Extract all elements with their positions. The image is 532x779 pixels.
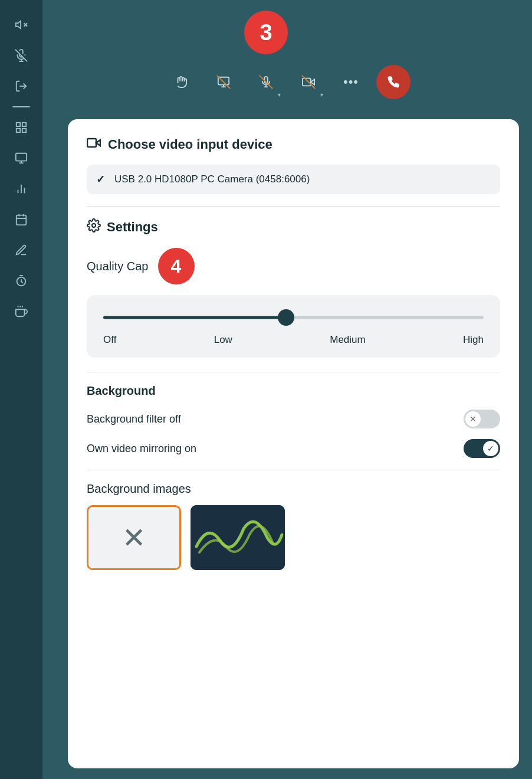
svg-point-34	[92, 224, 96, 227]
sidebar-icon-apps[interactable]	[8, 114, 34, 140]
raise-hand-button[interactable]	[164, 65, 198, 99]
slider-label-low: Low	[214, 334, 232, 346]
slider-track-container	[103, 312, 484, 323]
settings-title: Settings	[107, 220, 158, 235]
quality-cap-row: Quality Cap 4	[87, 248, 500, 284]
svg-rect-11	[16, 153, 27, 161]
badge-4: 4	[158, 248, 195, 284]
svg-rect-33	[87, 139, 96, 147]
svg-marker-0	[16, 21, 21, 29]
sidebar-icon-pen[interactable]	[8, 237, 34, 263]
slider-label-off: Off	[103, 334, 116, 346]
device-item[interactable]: ✓ USB 2.0 HD1080P PC Camera (0458:6006)	[87, 165, 500, 194]
panel-title: Choose video input device	[108, 137, 272, 152]
bg-images-row: ✕	[87, 505, 500, 570]
video-input-icon	[87, 136, 101, 153]
camera-button[interactable]: ▾	[291, 65, 326, 99]
device-name: USB 2.0 HD1080P PC Camera (0458:6006)	[114, 174, 310, 185]
main-panel: Choose video input device ✓ USB 2.0 HD10…	[68, 119, 519, 768]
settings-header: Settings	[87, 218, 500, 236]
mirroring-knob: ✓	[483, 441, 498, 456]
toolbar: ▾ ▾ •••	[42, 65, 532, 99]
sidebar-icon-chart[interactable]	[8, 176, 34, 202]
divider-1	[87, 206, 500, 207]
svg-rect-7	[17, 123, 20, 126]
camera-dropdown-arrow: ▾	[320, 91, 323, 98]
svg-rect-17	[17, 215, 27, 225]
slider-label-high: High	[463, 334, 484, 346]
more-button[interactable]: •••	[334, 65, 368, 99]
bg-filter-row: Background filter off ✕	[87, 410, 500, 428]
sidebar-icon-cup[interactable]	[8, 299, 34, 325]
sidebar-icon-timer[interactable]	[8, 268, 34, 294]
bg-filter-toggle[interactable]: ✕	[464, 410, 500, 428]
sidebar-icon-mic-off[interactable]	[8, 42, 34, 68]
sidebar-icon-screen[interactable]	[8, 145, 34, 171]
bg-image-none[interactable]: ✕	[87, 505, 181, 570]
bg-image-scribble[interactable]	[191, 505, 285, 570]
sidebar-icon-sign-out[interactable]	[8, 73, 34, 99]
sidebar-icon-volume[interactable]	[8, 12, 34, 38]
svg-rect-10	[22, 129, 26, 132]
sidebar-icon-calendar[interactable]	[8, 207, 34, 233]
screen-share-button[interactable]	[206, 65, 241, 99]
device-check-icon: ✓	[96, 173, 105, 186]
svg-rect-8	[22, 123, 26, 126]
mirroring-toggle[interactable]: ✓	[464, 439, 500, 458]
mirroring-row: Own video mirroring on ✓	[87, 439, 500, 458]
mirroring-label: Own video mirroring on	[87, 443, 196, 455]
bg-filter-label: Background filter off	[87, 413, 181, 425]
slider-labels: Off Low Medium High	[103, 334, 484, 346]
sidebar-divider	[12, 106, 30, 107]
svg-rect-9	[17, 129, 20, 132]
microphone-button[interactable]: ▾	[249, 65, 283, 99]
bg-filter-knob: ✕	[465, 411, 481, 427]
panel-header: Choose video input device	[87, 136, 500, 153]
mic-dropdown-arrow: ▾	[278, 91, 281, 98]
badge-3: 3	[244, 11, 288, 54]
divider-3	[87, 470, 500, 470]
end-call-button[interactable]	[376, 65, 411, 99]
settings-gear-icon	[87, 218, 101, 236]
quality-cap-label: Quality Cap	[87, 260, 149, 273]
slider-fill	[103, 316, 286, 319]
slider-label-medium: Medium	[330, 334, 365, 346]
sidebar	[0, 0, 42, 779]
slider-thumb[interactable]	[278, 309, 294, 326]
divider-2	[87, 372, 500, 372]
bg-images-title: Background images	[87, 482, 500, 496]
quality-cap-slider-area: Off Low Medium High	[87, 295, 500, 358]
background-title: Background	[87, 384, 500, 398]
